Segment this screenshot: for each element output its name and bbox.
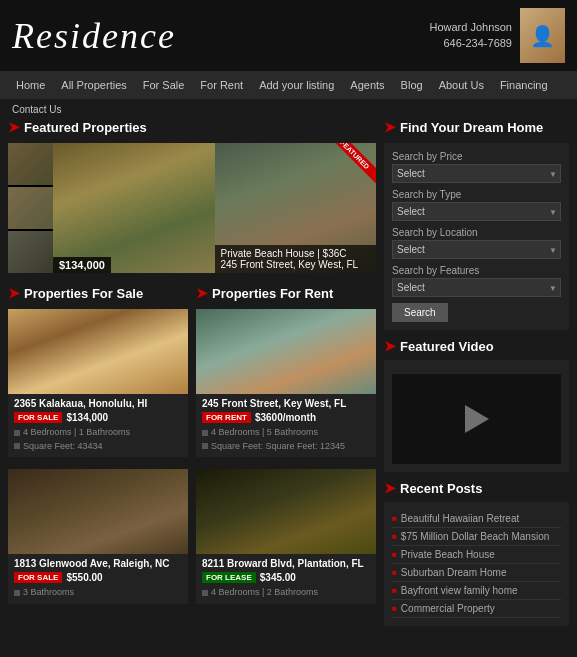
list-item: ■ Private Beach House [392, 546, 561, 564]
nav-about[interactable]: About Us [431, 71, 492, 99]
prop-info-raleigh: 1813 Glenwood Ave, Raleigh, NC FOR SALE … [8, 554, 188, 604]
prop-img-raleigh [8, 469, 188, 554]
slide-main[interactable]: $134,000 [53, 143, 215, 273]
dream-home-form: Search by Price Select Search by Type Se… [384, 143, 569, 330]
for-rent-title: ➤ Properties For Rent [196, 285, 376, 301]
list-item: ■ Bayfront view family home [392, 582, 561, 600]
bullet-icon: ■ [392, 586, 397, 595]
red-arrow-dream-icon: ➤ [384, 119, 396, 135]
prop-tags-raleigh: FOR SALE $550.00 [14, 572, 182, 583]
list-item: ■ Commercial Property [392, 600, 561, 618]
location-label: Search by Location [392, 227, 561, 238]
properties-for-sale-section: ➤ Properties For Sale 2365 Kalakaua, Hon… [8, 285, 188, 457]
prop-details-keywest: 4 Bedrooms | 5 Bathrooms Square Feet: Sq… [202, 426, 370, 453]
list-item: ■ Suburban Dream Home [392, 564, 561, 582]
red-arrow-video-icon: ➤ [384, 338, 396, 354]
nav-add-listing[interactable]: Add your listing [251, 71, 342, 99]
prop-img-hawaii [8, 309, 188, 394]
prop-details-raleigh: 3 Bathrooms [14, 586, 182, 600]
plantation-image [196, 469, 376, 554]
contact-bar: Contact Us [0, 99, 577, 119]
post-link-2[interactable]: $75 Million Dollar Beach Mansion [401, 531, 549, 542]
property-card-hawaii[interactable]: 2365 Kalakaua, Honolulu, HI FOR SALE $13… [8, 309, 188, 457]
bullet-icon: ■ [392, 568, 397, 577]
post-link-5[interactable]: Bayfront view family home [401, 585, 518, 596]
featured-properties-title: ➤ Featured Properties [8, 119, 376, 135]
prop-address-keywest: 245 Front Street, Key West, FL [202, 398, 370, 409]
play-button-icon[interactable] [465, 405, 489, 433]
bed-icon-kw [202, 430, 208, 436]
prop-info-keywest: 245 Front Street, Key West, FL FOR RENT … [196, 394, 376, 457]
thumb-2[interactable] [8, 187, 53, 229]
search-button[interactable]: Search [392, 303, 448, 322]
list-item: ■ $75 Million Dollar Beach Mansion [392, 528, 561, 546]
post-link-1[interactable]: Beautiful Hawaiian Retreat [401, 513, 519, 524]
property-card-raleigh-wrapper: 1813 Glenwood Ave, Raleigh, NC FOR SALE … [8, 469, 188, 604]
slide-thumbnails [8, 143, 53, 273]
video-placeholder[interactable] [392, 374, 561, 464]
red-arrow-sale-icon: ➤ [8, 285, 20, 301]
header: Residence Howard Johnson 646-234-7689 👤 [0, 0, 577, 71]
nav-agents[interactable]: Agents [342, 71, 392, 99]
nav-all-properties[interactable]: All Properties [53, 71, 134, 99]
prop-tags-keywest: FOR RENT $3600/month [202, 412, 370, 423]
right-column: ➤ Find Your Dream Home Search by Price S… [384, 119, 569, 626]
keywest-image [196, 309, 376, 394]
property-card-raleigh[interactable]: 1813 Glenwood Ave, Raleigh, NC FOR SALE … [8, 469, 188, 604]
type-select[interactable]: Select [392, 202, 561, 221]
prop-info-hawaii: 2365 Kalakaua, Honolulu, HI FOR SALE $13… [8, 394, 188, 457]
bullet-icon: ■ [392, 514, 397, 523]
thumb-3[interactable] [8, 231, 53, 273]
featured-slider[interactable]: $134,000 FEATURED Private Beach House | … [8, 143, 376, 273]
prop-address-hawaii: 2365 Kalakaua, Honolulu, HI [14, 398, 182, 409]
property-card-keywest[interactable]: 245 Front Street, Key West, FL FOR RENT … [196, 309, 376, 457]
thumb-1[interactable] [8, 143, 53, 185]
prop-address-raleigh: 1813 Glenwood Ave, Raleigh, NC [14, 558, 182, 569]
price-select-wrapper: Select [392, 164, 561, 183]
features-select[interactable]: Select [392, 278, 561, 297]
slide-caption: Private Beach House | $36C 245 Front Str… [215, 245, 377, 273]
contact-us-link[interactable]: Contact Us [12, 104, 61, 115]
main-content: ➤ Featured Properties $134,000 [0, 119, 577, 634]
nav-financing[interactable]: Financing [492, 71, 556, 99]
properties-for-rent-section: ➤ Properties For Rent 245 Front Street, … [196, 285, 376, 457]
red-arrow-icon: ➤ [8, 119, 20, 135]
recent-posts-title: ➤ Recent Posts [384, 480, 569, 496]
nav-blog[interactable]: Blog [393, 71, 431, 99]
price-select[interactable]: Select [392, 164, 561, 183]
price-label: Search by Price [392, 151, 561, 162]
bed-icon [14, 430, 20, 436]
type-label: Search by Type [392, 189, 561, 200]
nav-home[interactable]: Home [8, 71, 53, 99]
post-link-3[interactable]: Private Beach House [401, 549, 495, 560]
user-info: Howard Johnson 646-234-7689 👤 [429, 8, 565, 63]
features-select-wrapper: Select [392, 278, 561, 297]
prop-price-keywest: $3600/month [255, 412, 316, 423]
hawaii-image [8, 309, 188, 394]
user-text: Howard Johnson 646-234-7689 [429, 20, 512, 51]
location-select-wrapper: Select [392, 240, 561, 259]
property-card-plantation-wrapper: 8211 Broward Blvd, Plantation, FL FOR LE… [196, 469, 376, 604]
user-name: Howard Johnson [429, 20, 512, 35]
post-link-4[interactable]: Suburban Dream Home [401, 567, 507, 578]
prop-price-hawaii: $134,000 [66, 412, 108, 423]
nav-for-sale[interactable]: For Sale [135, 71, 193, 99]
red-arrow-rent-icon: ➤ [196, 285, 208, 301]
red-arrow-posts-icon: ➤ [384, 480, 396, 496]
list-item: ■ Beautiful Hawaiian Retreat [392, 510, 561, 528]
bullet-icon: ■ [392, 532, 397, 541]
prop-info-plantation: 8211 Broward Blvd, Plantation, FL FOR LE… [196, 554, 376, 604]
site-logo: Residence [12, 15, 176, 57]
location-select[interactable]: Select [392, 240, 561, 259]
bullet-icon: ■ [392, 550, 397, 559]
nav-for-rent[interactable]: For Rent [192, 71, 251, 99]
property-card-plantation[interactable]: 8211 Broward Blvd, Plantation, FL FOR LE… [196, 469, 376, 604]
post-link-6[interactable]: Commercial Property [401, 603, 495, 614]
featured-video-title: ➤ Featured Video [384, 338, 569, 354]
tag-sale-raleigh: FOR SALE [14, 572, 62, 583]
slide-second[interactable]: FEATURED Private Beach House | $36C 245 … [215, 143, 377, 273]
sqft-icon [14, 443, 20, 449]
prop-img-keywest [196, 309, 376, 394]
tag-rent-keywest: FOR RENT [202, 412, 251, 423]
type-select-wrapper: Select [392, 202, 561, 221]
